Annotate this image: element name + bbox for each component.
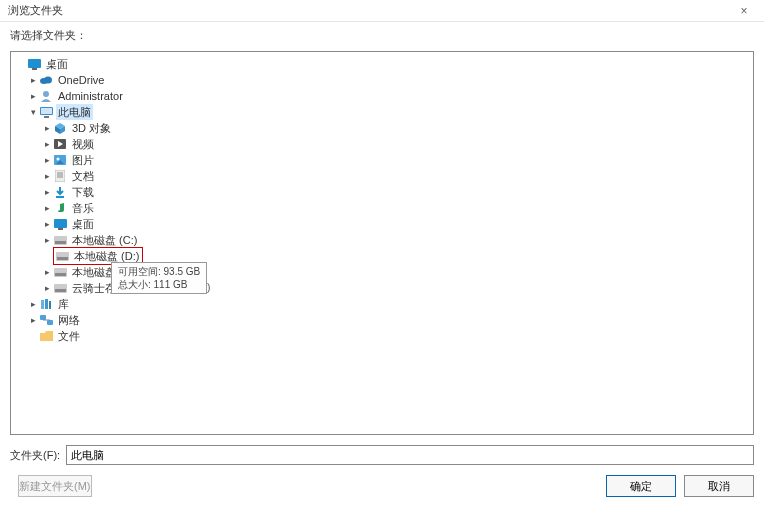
user-icon — [39, 89, 53, 103]
svg-rect-28 — [55, 273, 66, 276]
chevron-right-icon[interactable]: ▸ — [41, 120, 53, 136]
tree-label: 此电脑 — [56, 104, 93, 120]
tree-label: 视频 — [70, 136, 96, 152]
chevron-right-icon[interactable]: ▸ — [27, 72, 39, 88]
tooltip-line2: 总大小: 111 GB — [118, 278, 200, 291]
tree-label: 桌面 — [44, 56, 70, 72]
tree-item-videos[interactable]: ▸ 视频 — [13, 136, 751, 152]
tree-label: 图片 — [70, 152, 96, 168]
close-icon[interactable]: × — [732, 4, 756, 18]
svg-rect-32 — [45, 299, 48, 309]
chevron-right-icon[interactable]: ▸ — [41, 200, 53, 216]
tree-label: 下载 — [70, 184, 96, 200]
cancel-button[interactable]: 取消 — [684, 475, 754, 497]
tree-item-libraries[interactable]: ▸ 库 — [13, 296, 751, 312]
browse-folder-dialog: 浏览文件夹 × 请选择文件夹： 桌面 ▸ OneDrive — [0, 0, 764, 505]
tree-label: 库 — [56, 296, 71, 312]
svg-rect-1 — [32, 68, 37, 70]
cloud-icon — [39, 73, 53, 87]
drive-icon — [53, 281, 67, 295]
document-icon — [53, 169, 67, 183]
svg-rect-26 — [57, 257, 68, 260]
tree-label: OneDrive — [56, 72, 106, 88]
svg-point-3 — [44, 77, 52, 84]
svg-rect-35 — [47, 320, 53, 325]
titlebar: 浏览文件夹 × — [0, 0, 764, 22]
svg-rect-22 — [58, 228, 63, 230]
tree-item-desktop2[interactable]: ▸ 桌面 — [13, 216, 751, 232]
computer-icon — [39, 105, 53, 119]
tooltip-line1: 可用空间: 93.5 GB — [118, 265, 200, 278]
chevron-right-icon[interactable]: ▸ — [41, 216, 53, 232]
svg-rect-31 — [41, 300, 44, 309]
dialog-title: 浏览文件夹 — [8, 3, 732, 18]
folder-path-input[interactable] — [66, 445, 754, 465]
tree-item-thispc[interactable]: ▾ 此电脑 — [13, 104, 751, 120]
folder-icon — [39, 329, 53, 343]
chevron-right-icon[interactable]: ▸ — [41, 136, 53, 152]
svg-rect-30 — [55, 289, 66, 292]
tree-label: 本地磁盘 (C:) — [70, 232, 139, 248]
svg-rect-33 — [49, 301, 51, 309]
desktop-icon — [27, 57, 41, 71]
download-icon — [53, 185, 67, 199]
chevron-down-icon[interactable]: ▾ — [27, 104, 39, 120]
folder-tree[interactable]: 桌面 ▸ OneDrive ▸ Administrator — [10, 51, 754, 435]
desktop-icon — [53, 217, 67, 231]
chevron-right-icon[interactable]: ▸ — [41, 264, 53, 280]
drive-icon — [53, 233, 67, 247]
tree-label: Administrator — [56, 88, 125, 104]
network-icon — [39, 313, 53, 327]
tree-item-files[interactable]: 文件 — [13, 328, 751, 344]
tree-label: 文件 — [56, 328, 82, 344]
tree-label: 3D 对象 — [70, 120, 113, 136]
tree-item-drive-e[interactable]: ▸ 本地磁盘 ( 可用空间: 93.5 GB 总大小: 111 GB — [13, 264, 751, 280]
video-icon — [53, 137, 67, 151]
folder-label: 文件夹(F): — [10, 448, 60, 463]
tree-label: 文档 — [70, 168, 96, 184]
chevron-right-icon[interactable]: ▸ — [41, 168, 53, 184]
tree-label: 音乐 — [70, 200, 96, 216]
svg-rect-24 — [55, 241, 66, 244]
svg-rect-21 — [54, 219, 67, 228]
tree-item-desktop[interactable]: 桌面 — [13, 56, 751, 72]
tree-item-admin[interactable]: ▸ Administrator — [13, 88, 751, 104]
button-row: 新建文件夹(M) 确定 取消 — [0, 469, 764, 505]
svg-rect-6 — [41, 108, 52, 114]
chevron-right-icon[interactable]: ▸ — [27, 296, 39, 312]
tree-item-network[interactable]: ▸ 网络 — [13, 312, 751, 328]
tree-item-3dobjects[interactable]: ▸ 3D 对象 — [13, 120, 751, 136]
chevron-right-icon[interactable]: ▸ — [27, 312, 39, 328]
svg-rect-34 — [40, 315, 46, 320]
tree-item-downloads[interactable]: ▸ 下载 — [13, 184, 751, 200]
tree-item-documents[interactable]: ▸ 文档 — [13, 168, 751, 184]
tree-item-drive-c[interactable]: ▸ 本地磁盘 (C:) — [13, 232, 751, 248]
svg-point-14 — [57, 158, 60, 161]
picture-icon — [53, 153, 67, 167]
tree-item-pictures[interactable]: ▸ 图片 — [13, 152, 751, 168]
svg-rect-7 — [44, 116, 49, 118]
svg-rect-0 — [28, 59, 41, 68]
cube-icon — [53, 121, 67, 135]
music-icon — [53, 201, 67, 215]
svg-point-4 — [43, 91, 49, 97]
drive-icon — [55, 249, 69, 263]
tree-item-onedrive[interactable]: ▸ OneDrive — [13, 72, 751, 88]
drive-icon — [53, 265, 67, 279]
drive-tooltip: 可用空间: 93.5 GB 总大小: 111 GB — [111, 262, 207, 294]
chevron-right-icon[interactable]: ▸ — [41, 184, 53, 200]
chevron-right-icon[interactable]: ▸ — [41, 280, 53, 296]
tree-label: 网络 — [56, 312, 82, 328]
chevron-right-icon[interactable]: ▸ — [41, 152, 53, 168]
ok-button[interactable]: 确定 — [606, 475, 676, 497]
new-folder-button[interactable]: 新建文件夹(M) — [18, 475, 92, 497]
library-icon — [39, 297, 53, 311]
chevron-right-icon[interactable]: ▸ — [27, 88, 39, 104]
prompt-label: 请选择文件夹： — [0, 22, 764, 45]
tree-item-music[interactable]: ▸ 音乐 — [13, 200, 751, 216]
svg-rect-16 — [55, 170, 65, 182]
tree-label: 桌面 — [70, 216, 96, 232]
folder-path-row: 文件夹(F): — [0, 441, 764, 469]
chevron-right-icon[interactable]: ▸ — [41, 232, 53, 248]
